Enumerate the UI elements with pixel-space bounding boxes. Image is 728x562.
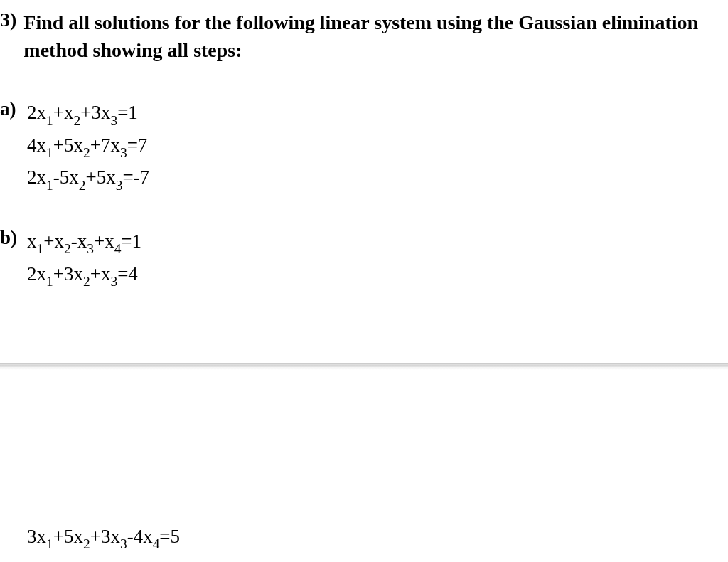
- bottom-equation: 3x1+5x2+3x3-4x4=5: [27, 526, 180, 551]
- equation-b-2: 2x1+3x2+x3=4: [27, 260, 141, 291]
- equation-a-1: 2x1+x2+3x3=1: [27, 98, 149, 129]
- question-text: Find all solutions for the following lin…: [23, 9, 722, 64]
- part-b-label: b): [0, 227, 27, 249]
- part-b: b) x1+x2-x3+x4=1 2x1+3x2+x3=4: [0, 227, 728, 292]
- part-a-label: a): [0, 98, 27, 120]
- question-number: 3): [0, 9, 23, 31]
- part-a: a) 2x1+x2+3x3=1 4x1+5x2+7x3=7 2x1-5x2+5x…: [0, 98, 728, 196]
- part-b-equations: x1+x2-x3+x4=1 2x1+3x2+x3=4: [27, 227, 141, 292]
- section-divider: [0, 363, 728, 370]
- equation-a-2: 4x1+5x2+7x3=7: [27, 131, 149, 162]
- part-a-equations: 2x1+x2+3x3=1 4x1+5x2+7x3=7 2x1-5x2+5x3=-…: [27, 98, 149, 196]
- equation-b-1: x1+x2-x3+x4=1: [27, 227, 141, 258]
- equation-a-3: 2x1-5x2+5x3=-7: [27, 163, 149, 194]
- question-header: 3) Find all solutions for the following …: [0, 9, 728, 64]
